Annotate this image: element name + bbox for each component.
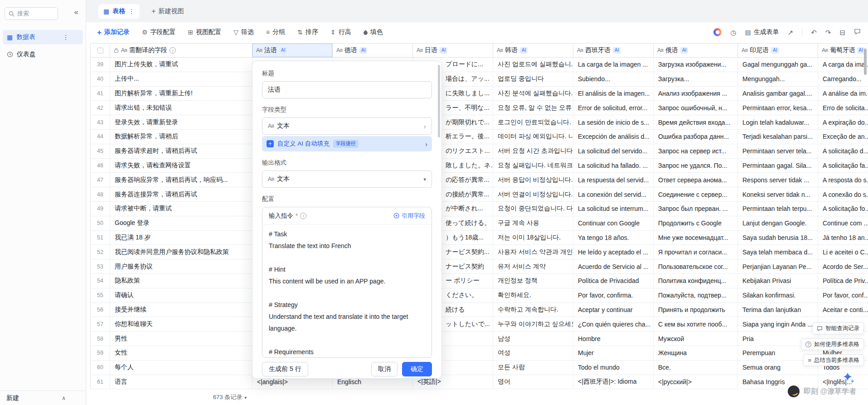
collapse-sidebar-icon[interactable]: « [74,8,78,16]
row-number[interactable]: 44 [91,130,110,144]
table-cell[interactable]: Aceitar e conti... [818,303,868,317]
table-cell[interactable]: Все. [654,361,738,375]
column-header[interactable]: A≡日语AI [413,44,493,57]
row-number[interactable]: 54 [91,274,110,288]
column-header[interactable]: A≡印尼语AI [738,44,818,57]
table-cell[interactable]: Terjadi kesalahan parsi... [738,130,818,144]
table-cell[interactable]: Política de Priv... [818,274,868,288]
table-cell[interactable]: 요청이 중단되었습니다. 다... [493,202,573,216]
table-cell[interactable]: Terima dan lanjutkan [738,303,818,317]
field-type-selector[interactable]: A≡ 文本 › [262,117,432,135]
table-cell[interactable]: Анализ изображения ... [654,87,738,101]
row-number[interactable]: 61 [91,375,110,389]
table-cell[interactable]: Соединение с сервер... [654,187,738,201]
table-cell[interactable]: La solicitud se interrum... [573,202,654,216]
table-cell[interactable]: 服务器请求超时，请稍后再试 [110,144,252,158]
table-cell[interactable]: Принять и продолжить [654,303,738,317]
table-cell[interactable]: He leído y aceptado el ... [573,245,654,259]
table-cell[interactable]: 데이터 파싱 예외입니다. 나... [493,130,573,144]
table-cell[interactable]: Carregando... [818,72,868,86]
table-cell[interactable]: A resposta do s... [818,173,868,187]
table-cell[interactable]: 서버 연결이 비정상입니다.... [493,187,573,201]
table-cell[interactable]: 사용자 서비스 약관과 개인 ... [493,245,573,259]
column-header[interactable]: A≡西班牙语AI [573,44,654,57]
filter-button[interactable]: ▽ 筛选 [233,28,254,36]
table-cell[interactable]: Загрузка... [654,72,738,86]
table-cell[interactable]: 요청 오류, 알 수 없는 오류 [493,101,573,115]
table-cell[interactable]: La sesión de inicio de s... [573,115,654,129]
reference-field-button[interactable]: 引用字段 [393,212,425,220]
history-icon[interactable]: ◷ [730,29,736,36]
table-cell[interactable]: Koneksi server tidak n... [738,187,818,201]
row-number[interactable]: 60 [91,361,110,375]
table-cell[interactable]: 확인하세요. [493,288,573,303]
table-cell[interactable]: Saya telah membaca d... [738,245,818,259]
table-cell[interactable]: 남성 [493,332,573,346]
row-number[interactable]: 40 [91,72,110,86]
panel-toggle-icon[interactable]: ⊟ [839,29,845,36]
table-cell[interactable]: 你想和谁聊天 [110,317,252,331]
table-cell[interactable]: Gagal mengunggah ga... [738,58,818,72]
table-cell[interactable]: 接受并继续 [110,303,252,317]
table-cell[interactable]: Subiendo... [573,72,654,86]
column-header[interactable]: A≡葡萄牙语AI [818,44,868,57]
row-number[interactable]: 42 [91,101,110,115]
row-number[interactable]: 46 [91,159,110,173]
cancel-button[interactable]: 取消 [371,362,398,376]
row-number[interactable]: 53 [91,259,110,273]
table-cell[interactable]: Запрос не удался. По... [654,159,738,173]
table-cell[interactable]: 男性 [110,332,252,346]
row-number[interactable]: 51 [91,231,110,245]
redo-icon[interactable]: ↷ [825,29,831,36]
table-cell[interactable]: Analisis gambar gagal.... [738,87,818,101]
undo-icon[interactable]: ↶ [811,29,817,36]
table-cell[interactable]: С кем вы хотите пооб... [654,317,738,331]
table-cell[interactable]: Error de solicitud, error... [573,101,654,115]
table-cell[interactable]: 누구와 이야기하고 싶으세요? [493,317,573,331]
table-cell[interactable]: 我已满 18 岁 [110,231,252,245]
table-cell[interactable]: 유저 서비스 계약 [493,259,573,273]
table-cell[interactable]: Мужской [654,332,738,346]
table-cell[interactable]: Lanjut dengan Google. [738,216,818,230]
table-cell[interactable]: Silakan konfirmasi. [738,288,818,303]
table-cell[interactable]: El análisis de la imagen... [573,87,654,101]
table-cell[interactable]: 服务器响应异常，请稍后再试，响应码... [110,173,252,187]
table-cell[interactable]: La solicitud del servido... [573,144,654,158]
table-cell[interactable]: Continuar con Google [573,216,654,230]
table-cell[interactable]: Hombre [573,332,654,346]
table-cell[interactable]: Login telah kadaluwar... [738,115,818,129]
table-cell[interactable]: Mengunggah... [738,72,818,86]
table-cell[interactable]: 服务器连接异常，请稍后再试 [110,187,252,201]
instruction-text[interactable]: # Task Translate the text into French # … [262,224,432,358]
table-cell[interactable]: 모든 사람 [493,361,573,375]
how-to-use-button[interactable]: ? 如何使用多维表格 [801,338,864,350]
table-cell[interactable]: 수락하고 계속합니다. [493,303,573,317]
table-cell[interactable]: Mujer [573,346,654,360]
table-cell[interactable]: Ответ сервера анома... [654,173,738,187]
table-cell[interactable]: 上传中... [110,72,252,86]
table-cell[interactable]: 여성 [493,346,573,360]
table-cell[interactable]: Acordo de Ser... [818,259,868,273]
table-cell[interactable]: A solicitação fa... [818,159,868,173]
add-record-button[interactable]: + 添加记录 [97,28,130,36]
table-cell[interactable]: 영어 [493,375,573,389]
confirm-button[interactable]: 确定 [402,362,432,376]
row-number[interactable]: 52 [91,245,110,259]
table-cell[interactable]: Время действия входа... [654,115,738,129]
table-cell[interactable]: La carga de la imagen ... [573,58,654,72]
table-cell[interactable]: 用户服务协议 [110,259,252,273]
table-cell[interactable]: Ошибка разбора данн... [654,130,738,144]
row-number[interactable]: 39 [91,58,110,72]
row-number[interactable]: 47 [91,173,110,187]
table-cell[interactable]: Запрос на сервер ист... [654,144,738,158]
table-cell[interactable]: 로그인이 만료되었습니다. ... [493,115,573,129]
table-cell[interactable]: Acuerdo de Servicio al ... [573,259,654,273]
table-cell[interactable]: Продолжить с Google [654,216,738,230]
generate-form-button[interactable]: ▤ 生成表单 [745,28,779,36]
row-number[interactable]: 49 [91,202,110,216]
table-cell[interactable]: Por favor, confirma. [573,288,654,303]
table-cell[interactable]: Aceptar y continuar [573,303,654,317]
table-cell[interactable]: Exceção de an... [818,130,868,144]
column-header[interactable]: A≡德语AI [333,44,413,57]
row-number[interactable]: 50 [91,216,110,230]
